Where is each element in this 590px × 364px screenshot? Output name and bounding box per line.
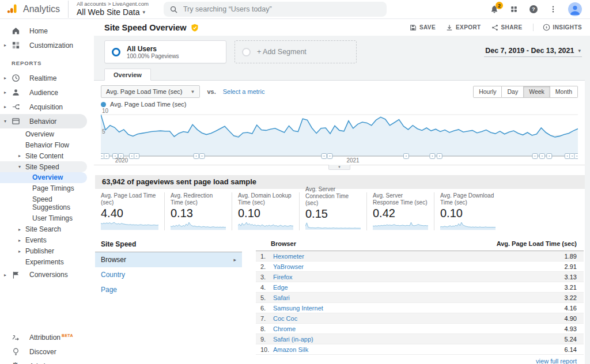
browser-link[interactable]: YaBrowser — [273, 263, 565, 270]
analytics-home-link[interactable]: Analytics — [0, 3, 68, 16]
add-segment-label: + Add Segment — [257, 48, 307, 56]
granularity-day-button[interactable]: Day — [502, 86, 524, 98]
action-share-button[interactable]: SHARE — [491, 24, 523, 31]
sidebar-item-publisher[interactable]: ▸Publisher — [0, 246, 94, 257]
notifications-button[interactable]: 2 — [490, 5, 499, 14]
row-value: 2.91 — [565, 263, 577, 270]
browser-link[interactable]: Amazon Silk — [273, 346, 565, 353]
browser-link[interactable]: Edge — [273, 284, 565, 291]
sidebar-item-events[interactable]: ▸Events — [0, 235, 94, 246]
sidebar-item-label: AttributionBETA — [29, 333, 73, 342]
global-search[interactable] — [164, 2, 387, 17]
scorecard-label[interactable]: Avg. Page Load Time (sec) — [101, 192, 158, 206]
browser-link[interactable]: Samsung Internet — [273, 305, 565, 312]
date-range-selector[interactable]: Dec 7, 2019 - Dec 13, 2021 ▾ — [484, 47, 582, 57]
tab-overview[interactable]: Overview — [104, 69, 151, 81]
sidebar-item-acquisition[interactable]: ▸Acquisition — [0, 100, 94, 114]
chevron-right-icon: ▸ — [18, 153, 25, 158]
metric-selector-dropdown[interactable]: Avg. Page Load Time (sec) ▼ — [101, 85, 200, 98]
scorecard-label[interactable]: Avg. Page Download Time (sec) — [440, 192, 496, 206]
report-panel: Avg. Page Load Time (sec) ▼ vs. Select a… — [94, 81, 585, 364]
segment-all-users[interactable]: All Users 100.00% Pageviews — [104, 40, 226, 63]
sidebar-item-overview[interactable]: Overview — [0, 172, 87, 183]
browser-link[interactable]: Safari — [273, 294, 565, 301]
sidebar-item-page-timings[interactable]: Page Timings — [0, 183, 94, 194]
dimension-item-browser[interactable]: Browser▸ — [95, 252, 242, 267]
timeseries-chart-area: 510 20202021 — [101, 108, 578, 164]
sidebar-item-label: Events — [25, 236, 47, 244]
scorecard-sparkline — [171, 221, 226, 230]
sidebar-item-discover[interactable]: Discover — [0, 344, 94, 359]
sidebar-item-user-timings[interactable]: User Timings — [0, 213, 94, 224]
sidebar-item-behavior-flow[interactable]: Behavior Flow — [0, 139, 94, 150]
dimension-label: Country — [101, 271, 125, 279]
add-segment-button[interactable]: + Add Segment — [235, 40, 357, 63]
sidebar-item-overview[interactable]: Overview — [0, 128, 94, 139]
sidebar-item-conversions[interactable]: ▸Conversions — [0, 268, 94, 282]
dimension-item-page[interactable]: Page — [95, 282, 242, 297]
action-insights-button[interactable]: INSIGHTS — [533, 24, 582, 31]
more-options-icon[interactable] — [549, 5, 557, 13]
browser-link[interactable]: Hexometer — [273, 253, 565, 260]
sidebar-item-site-content[interactable]: ▸Site Content — [0, 150, 94, 161]
sidebar-item-site-search[interactable]: ▸Site Search — [0, 224, 94, 235]
row-rank: 9. — [260, 336, 273, 343]
segment-ring-icon — [112, 48, 120, 56]
help-icon[interactable]: ? — [529, 5, 538, 14]
row-value: 4.93 — [565, 325, 577, 332]
scorecard-label[interactable]: Avg. Domain Lookup Time (sec) — [238, 192, 293, 206]
browser-link[interactable]: Chrome — [273, 325, 565, 332]
row-rank: 1. — [260, 253, 273, 260]
browser-table: Browser Avg. Page Load Time (sec) 1.Hexo… — [256, 238, 584, 364]
scorecard-label[interactable]: Avg. Server Connection Time (sec) — [305, 192, 361, 207]
scorecard-label[interactable]: Avg. Redirection Time (sec) — [171, 192, 226, 206]
chevron-right-icon: ▸ — [18, 249, 25, 254]
browser-link[interactable]: Safari (in-app) — [273, 336, 565, 343]
avatar[interactable] — [568, 2, 582, 16]
dimension-item-country[interactable]: Country — [95, 267, 242, 282]
analytics-logo-icon — [6, 3, 18, 16]
granularity-hourly-button[interactable]: Hourly — [473, 86, 502, 98]
sidebar-item-behavior[interactable]: ▾Behavior — [0, 114, 87, 128]
granularity-week-button[interactable]: Week — [524, 86, 550, 98]
chart-legend: Avg. Page Load Time (sec) — [94, 98, 585, 107]
report-actions: SAVEEXPORTSHAREINSIGHTS — [410, 24, 582, 31]
sidebar-item-experiments[interactable]: Experiments — [0, 257, 94, 268]
account-breadcrumb: All accounts > LiveAgent.com — [77, 1, 149, 7]
property-selector[interactable]: All accounts > LiveAgent.com All Web Sit… — [68, 1, 157, 17]
view-full-report-link[interactable]: view full report — [256, 355, 584, 364]
notification-badge: 2 — [496, 2, 503, 9]
sidebar-item-audience[interactable]: ▸Audience — [0, 85, 94, 100]
chevron-right-icon: ▸ — [4, 75, 6, 81]
sidebar-item-label: Audience — [29, 89, 58, 97]
chevron-down-icon: ▾ — [143, 9, 146, 15]
insights-icon — [543, 24, 550, 31]
verified-badge-icon — [191, 24, 199, 32]
sidebar-item-admin[interactable]: ⚙Admin — [0, 359, 94, 364]
chevron-right-icon: ▸ — [4, 90, 6, 95]
sidebar-item-speed-suggestions[interactable]: Speed Suggestions — [0, 194, 94, 213]
browser-link[interactable]: Coc Coc — [273, 315, 565, 322]
row-rank: 5. — [260, 294, 273, 301]
action-save-button[interactable]: SAVE — [410, 24, 436, 31]
chevron-right-icon: ▸ — [18, 238, 25, 243]
select-metric-link[interactable]: Select a metric — [223, 88, 265, 95]
annotations-collapse-button[interactable]: ▼ — [328, 165, 350, 170]
granularity-month-button[interactable]: Month — [550, 86, 578, 98]
search-input[interactable] — [183, 5, 381, 13]
google-apps-icon[interactable] — [510, 5, 518, 13]
action-export-button[interactable]: EXPORT — [446, 24, 481, 31]
save-icon — [410, 24, 417, 31]
sidebar-item-site-speed[interactable]: ▾Site Speed — [0, 161, 87, 172]
sidebar-item-label: Site Speed — [25, 163, 59, 171]
granularity-buttons: HourlyDayWeekMonth — [473, 86, 578, 98]
table-row-firefox: 3.Firefox3.13 — [256, 272, 584, 282]
scorecard-label[interactable]: Avg. Server Response Time (sec) — [373, 192, 428, 206]
sidebar-item-home[interactable]: Home — [0, 24, 94, 38]
sidebar-item-attribution[interactable]: AttributionBETA — [0, 330, 94, 344]
y-axis-tick: 5 — [102, 128, 105, 135]
sidebar-item-customization[interactable]: ▸Customization — [0, 38, 94, 52]
browser-link[interactable]: Firefox — [273, 274, 565, 280]
svg-text:?: ? — [532, 6, 535, 12]
sidebar-item-realtime[interactable]: ▸Realtime — [0, 71, 94, 85]
